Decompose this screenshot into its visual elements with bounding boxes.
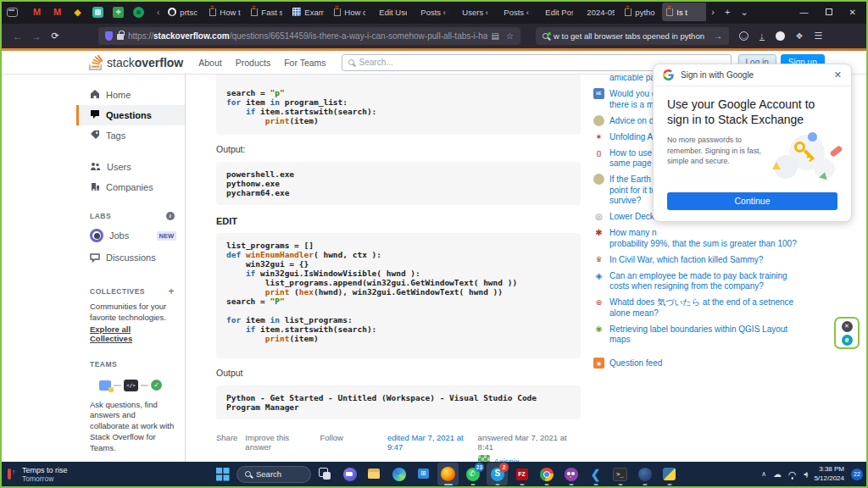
close-button[interactable]: ✕ [849,8,856,17]
browser-tab[interactable]: Posts ‹ Em [413,3,453,21]
edge-icon[interactable] [388,463,409,485]
header-link[interactable]: For Teams [284,58,326,68]
chrome-icon[interactable] [536,463,557,485]
wifi-icon[interactable]: ◠ [788,471,797,478]
plus-icon[interactable]: + [168,286,175,297]
sidebar-item-discussions[interactable]: Discussions [76,247,185,268]
goggles-icon[interactable] [560,463,581,485]
answer-actions: ShareImprove this answerFollow [216,433,343,452]
python-icon[interactable] [659,463,680,485]
header-link[interactable]: About [198,58,221,68]
browser-tab[interactable]: Is t✕ [662,3,706,21]
question-feed[interactable]: ◉ Question feed [593,358,859,369]
firefox-view-icon[interactable] [7,8,18,17]
go-arrow-icon[interactable]: → [714,31,722,41]
answer-action-link[interactable]: Share [216,433,237,452]
filezilla-icon[interactable] [511,463,532,485]
binance-icon[interactable]: ◆ [72,7,83,18]
tray-expand-icon[interactable]: ∧ [761,470,766,478]
menu-icon[interactable]: ☰ [814,30,822,42]
pocket-icon[interactable]: ◡ [739,31,748,41]
hot-question-link[interactable]: ◈Can an employee be made to pay back tra… [593,271,859,292]
back-button[interactable]: ← [8,30,27,42]
stackoverflow-logo[interactable]: stackoverflow [88,54,183,70]
widget-e-icon[interactable]: e [842,335,853,346]
widget-close-icon[interactable]: ✕ [842,321,853,332]
whatsapp-icon[interactable]: 23 [462,463,483,485]
quick-find-bar[interactable]: w to get all browser tabs opened in pyth… [536,27,729,45]
browser-tab[interactable]: 2024-05-1 [579,3,619,21]
stackoverflow-icon [625,8,632,16]
green-app-icon[interactable]: ✛ [113,7,124,18]
chat-icon[interactable] [339,463,360,485]
continue-button[interactable]: Continue [667,192,837,210]
maximize-button[interactable] [826,8,832,15]
collectives-link[interactable]: Explore all Collectives [76,324,185,343]
store-icon[interactable] [413,463,434,485]
extensions-icon[interactable]: ❖ [796,31,804,41]
browser-tab[interactable]: pytho [620,3,660,21]
code-icon: </> [124,380,138,391]
teal-app-icon[interactable] [92,7,103,18]
hot-question-link[interactable]: ♛In Civil War, which faction killed Samm… [593,255,859,266]
gmail-icon[interactable]: M [52,7,63,18]
weather-widget[interactable]: Temps to rise Tomorrow [7,462,68,486]
firefox-icon[interactable] [437,463,459,485]
header-link[interactable]: Products [236,58,270,68]
bookmark-star-icon[interactable]: ☆ [506,31,514,41]
skype-icon[interactable]: 2 [487,463,508,485]
volume-icon[interactable]: ◂) [804,470,808,478]
sidebar-item-jobs[interactable]: Jobs NEW [76,224,185,247]
browser-tab[interactable]: Fast s [247,3,287,21]
explorer-icon[interactable] [364,463,385,485]
rss-icon: ◉ [593,358,604,369]
adblocker-icon[interactable] [776,31,785,41]
vscode-icon[interactable] [585,463,606,485]
gmail-icon[interactable]: M [31,7,42,18]
tray-hidden-icon[interactable]: ☁ [773,469,782,479]
new-tab-button[interactable]: + [725,7,730,17]
sidebar-item-tags[interactable]: Tags [76,125,185,146]
edited-link[interactable]: edited Mar 7, 2021 at 9:47 [387,433,478,452]
green-circle-app-icon[interactable] [133,7,144,18]
browser-tab[interactable]: Posts ‹ Em [496,3,536,21]
taskbar-search[interactable]: Search [236,466,311,483]
url-bar[interactable]: https://stackoverflow.com/questions/6651… [98,27,520,45]
answer-action-link[interactable]: Follow [320,433,342,452]
hot-question-link[interactable]: ✱How many nprobability 99%, that the sum… [593,228,859,249]
taskview-icon[interactable] [314,463,336,485]
tab-list-icon[interactable]: ⌄ [740,7,748,18]
browser-tab[interactable]: How c [330,3,370,21]
download-icon[interactable]: ↓ [760,31,765,41]
lock-icon [117,34,124,40]
browser-tab[interactable]: How t [205,3,245,21]
start-button[interactable] [212,463,233,485]
forward-button[interactable]: → [27,30,46,42]
darkapp-icon[interactable] [634,463,655,485]
browser-tab[interactable]: Examp [288,3,328,21]
hot-question-link[interactable]: ⊛Whatd does 気づいたら at the end of a setnen… [593,297,859,319]
sidebar-item-users[interactable]: Users [76,157,185,177]
info-icon[interactable]: i [166,212,175,220]
browser-tab[interactable]: prtsc [164,3,203,21]
browser-tab[interactable]: Edit Post [537,3,577,21]
popup-close-icon[interactable]: ✕ [834,69,842,80]
minimize-button[interactable]: — [800,8,809,17]
reader-mode-icon[interactable]: ▤ [492,31,499,41]
reload-button[interactable]: ⟳ [46,30,64,42]
browser-tab[interactable]: Users ‹ Em [454,3,494,21]
tab-scroll-right-icon[interactable]: › [711,7,715,17]
terminal-icon[interactable] [609,463,631,485]
tracking-protection-shield-icon[interactable] [105,31,113,41]
clock[interactable]: 3:38 PM 5/12/2024 [814,465,844,483]
hot-question-text: Advice on de [609,116,659,127]
browser-tab[interactable]: Edit User A [371,3,411,21]
answer-action-link[interactable]: Improve this answer [245,433,312,452]
notification-badge[interactable]: 22 [851,469,863,480]
sidebar-item-home[interactable]: Home [76,85,185,105]
sidebar-item-companies[interactable]: Companies [76,177,185,197]
tab-scroll-left-icon[interactable]: ‹ [157,8,159,17]
hot-question-link[interactable]: ◉Retrieving label boundaries within QGIS… [593,324,859,346]
sidebar-item-questions[interactable]: Questions [76,105,185,125]
sidebar-item-label: Tags [106,130,125,141]
